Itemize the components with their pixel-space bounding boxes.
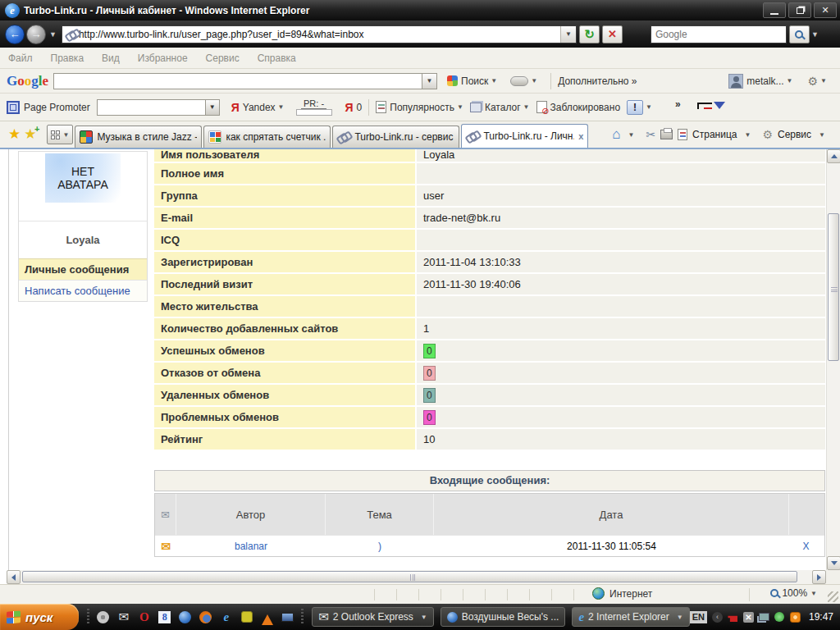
tab-close-icon[interactable]: x xyxy=(578,131,583,141)
mail-icon[interactable]: ✉ xyxy=(116,610,130,624)
wrench-settings-icon[interactable]: ⚙ xyxy=(808,75,819,88)
tray-x-icon[interactable]: ✕ xyxy=(743,612,754,623)
toolbar-drag-handle[interactable] xyxy=(87,609,89,625)
quick-tabs-dropdown[interactable]: ▼ xyxy=(63,131,70,139)
page-button[interactable]: Страница xyxy=(692,129,737,140)
start-button[interactable]: пуск xyxy=(0,604,79,630)
taskbar-button-vesy[interactable]: Воздушные Весы's ... xyxy=(441,607,566,627)
opera-icon[interactable]: O xyxy=(137,610,151,624)
vertical-scroll-thumb[interactable] xyxy=(828,213,839,361)
feeds-icon[interactable]: ✂ xyxy=(646,128,655,141)
search-input[interactable] xyxy=(655,29,786,40)
page-dropdown[interactable]: ▼ xyxy=(745,131,751,139)
horizontal-scrollbar[interactable] xyxy=(7,570,826,584)
resize-grip[interactable] xyxy=(828,591,838,602)
language-indicator[interactable]: EN xyxy=(690,611,707,623)
group-dropdown-icon[interactable]: ▼ xyxy=(421,614,427,621)
page-promoter-button[interactable]: Page Promoter xyxy=(24,102,90,113)
menu-favorites[interactable]: Избранное xyxy=(138,52,188,64)
horizontal-scroll-thumb[interactable] xyxy=(22,571,797,582)
taskbar-clock[interactable]: 19:47 xyxy=(809,611,833,623)
toolbar-pill-button[interactable] xyxy=(510,76,528,86)
sidebar-item-private-messages[interactable]: Личные сообщения xyxy=(19,258,147,280)
message-subject-link[interactable]: ) xyxy=(326,536,434,556)
tray-collapse-icon[interactable]: ‹ xyxy=(712,612,723,623)
vlc-cone-icon[interactable] xyxy=(260,610,274,624)
popularity-button[interactable]: Популярность xyxy=(390,102,454,113)
message-delete-link[interactable]: X xyxy=(789,536,823,556)
google-more-button[interactable]: Дополнительно » xyxy=(558,75,637,87)
search-options-dropdown[interactable]: ▼ xyxy=(811,30,819,39)
menu-help[interactable]: Справка xyxy=(258,52,296,64)
back-button[interactable]: ← xyxy=(5,25,25,44)
warning-button[interactable]: ! xyxy=(627,100,643,115)
catalog-dropdown[interactable]: ▼ xyxy=(523,103,530,111)
select-dropdown[interactable]: ▼ xyxy=(205,100,219,115)
messenger-icon[interactable] xyxy=(240,610,253,624)
toolbar-pill-dropdown[interactable]: ▼ xyxy=(531,77,537,84)
vertical-scrollbar[interactable] xyxy=(826,149,840,570)
scroll-right-button[interactable] xyxy=(812,570,826,584)
scroll-down-button[interactable] xyxy=(827,556,840,570)
favorites-star-icon[interactable]: ★ xyxy=(8,126,21,143)
tab-music[interactable]: Музыка в стиле Jazz - ... xyxy=(75,126,202,148)
toolbar-drag-handle[interactable] xyxy=(301,609,304,625)
home-icon[interactable]: ⌂ xyxy=(612,126,620,143)
google-search-dropdown[interactable]: ▼ xyxy=(422,73,437,89)
tray-network-icon[interactable] xyxy=(759,612,769,623)
refresh-button[interactable]: ↻ xyxy=(579,25,600,43)
account-menu[interactable]: metalk... xyxy=(746,75,783,87)
google-search-input[interactable] xyxy=(53,73,422,89)
tray-green-app-icon[interactable] xyxy=(774,612,785,623)
tab-turbolink-service[interactable]: Turbo-Link.ru - сервис д... xyxy=(332,126,459,148)
google-eight-icon[interactable]: 8 xyxy=(158,610,171,624)
tray-download-icon[interactable] xyxy=(728,612,738,623)
close-button[interactable]: ✕ xyxy=(814,2,837,18)
search-go-button[interactable] xyxy=(789,25,810,43)
address-bar[interactable]: ▼ xyxy=(62,25,577,43)
tab-counter[interactable]: как спрятать счетчик ... xyxy=(203,126,331,148)
toolbar-overflow-button[interactable]: » xyxy=(675,98,681,110)
google-search-button-dropdown[interactable]: ▼ xyxy=(491,77,497,84)
home-dropdown[interactable]: ▼ xyxy=(628,131,634,139)
catalog-button[interactable]: Каталог xyxy=(485,102,521,113)
google-search-button[interactable]: Поиск xyxy=(461,75,488,87)
settings-dropdown[interactable]: ▼ xyxy=(820,77,827,84)
blocked-button[interactable]: Заблокировано xyxy=(550,102,621,113)
address-dropdown[interactable]: ▼ xyxy=(560,26,576,43)
display-icon[interactable] xyxy=(281,610,294,624)
minimize-button[interactable] xyxy=(763,2,786,18)
zoom-control[interactable]: 100% ▼ xyxy=(770,587,817,599)
zoom-dropdown[interactable]: ▼ xyxy=(810,590,817,597)
internet-explorer-icon[interactable]: e xyxy=(219,610,233,624)
address-input[interactable] xyxy=(79,29,560,40)
tools-dropdown[interactable]: ▼ xyxy=(819,131,825,139)
tab-turbolink-cabinet[interactable]: Turbo-Link.ru - Личн... x xyxy=(461,124,588,148)
page-promoter-select[interactable]: ▼ xyxy=(97,99,220,116)
add-favorite-icon[interactable]: ★ xyxy=(24,126,36,143)
menu-view[interactable]: Вид xyxy=(102,52,120,64)
quick-tabs-button[interactable]: ▼ xyxy=(47,125,74,144)
menu-edit[interactable]: Правка xyxy=(51,52,84,64)
warning-dropdown[interactable]: ▼ xyxy=(646,103,652,111)
search-box[interactable] xyxy=(651,25,787,43)
scroll-up-button[interactable] xyxy=(827,149,840,163)
globe-sphere-icon[interactable] xyxy=(178,610,192,624)
print-icon[interactable] xyxy=(660,130,673,139)
menu-service[interactable]: Сервис xyxy=(206,52,240,64)
popularity-dropdown[interactable]: ▼ xyxy=(457,103,463,111)
yandex-button[interactable]: Yandex xyxy=(243,102,276,113)
sidebar-item-write-message[interactable]: Написать сообщение xyxy=(19,280,147,301)
history-dropdown[interactable]: ▼ xyxy=(49,30,57,39)
message-author-link[interactable]: balanar xyxy=(176,536,326,556)
tray-orange-app-icon[interactable] xyxy=(790,612,801,623)
scroll-left-button[interactable] xyxy=(7,570,21,584)
forward-button[interactable]: → xyxy=(26,25,46,44)
tools-button[interactable]: Сервис xyxy=(778,129,811,140)
firefox-icon[interactable] xyxy=(199,610,212,624)
menu-file[interactable]: Файл xyxy=(8,52,33,64)
restore-button[interactable] xyxy=(788,2,811,18)
taskbar-button-ie[interactable]: e 2 Internet Explorer ▼ xyxy=(572,607,689,627)
account-dropdown[interactable]: ▼ xyxy=(787,77,793,84)
disc-icon[interactable] xyxy=(96,610,110,624)
